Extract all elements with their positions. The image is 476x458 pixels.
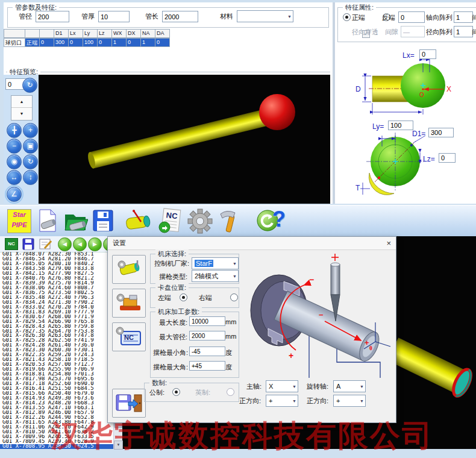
gcode-line[interactable]: G01 X-7842.15 A277.90 F827.5 xyxy=(0,271,113,276)
gear-icon[interactable] xyxy=(187,209,213,234)
gcode-line[interactable]: G01 X-7811.06 A242.70 F642.9 xyxy=(0,425,113,430)
gcode-line[interactable]: G01 X-7831.83 A269.10 F777.9 xyxy=(0,310,113,315)
close-icon[interactable]: × xyxy=(386,239,391,248)
gcode-line[interactable]: G01 X-7812.89 A246.00 F657.9 xyxy=(0,410,113,415)
d1-input[interactable] xyxy=(428,128,454,137)
ly-input[interactable] xyxy=(388,121,413,130)
zoom-in-button[interactable]: + xyxy=(23,123,38,138)
gcode-line[interactable]: G01 X-7828.43 A265.80 F759.8 xyxy=(0,324,113,329)
gcode-line[interactable]: G01 X-7821.43 A258.10 F718.5 xyxy=(0,357,113,362)
gcode-line[interactable]: G01 X-7843.58 A279.00 F833.8 xyxy=(0,266,113,271)
rotary-combo[interactable]: A ▼ xyxy=(333,380,366,392)
gcode-line[interactable]: G01 X-7830.67 A268.00 F771.9 xyxy=(0,315,113,319)
gcode-line[interactable]: G01 X-7817.18 A252.60 F690.0 xyxy=(0,381,113,386)
gcode-line[interactable]: G01 X-7834.24 A271.30 F790.2 xyxy=(0,300,113,305)
table-cell[interactable]: 0 xyxy=(98,38,112,47)
radial-array-input[interactable] xyxy=(454,26,473,37)
gun-type-combo[interactable]: 2轴模式 ▼ xyxy=(192,270,239,282)
pipe-length-input[interactable] xyxy=(162,11,198,22)
max-diameter-input[interactable] xyxy=(189,331,225,340)
gcode-line[interactable]: G01 X-7840.76 A276.80 F821.2 xyxy=(0,276,113,281)
gcode-list[interactable]: G01 X-7848.07 A282.30 F853.1G01 X-7846.5… xyxy=(0,252,113,449)
metric-radio[interactable] xyxy=(172,388,180,396)
gcode-line[interactable]: G01 X-7809.96 A240.50 F633.5 xyxy=(0,434,113,439)
gcode-line[interactable]: G01 X-7813.55 A247.10 F663.1 xyxy=(0,406,113,410)
gcode-line[interactable]: G01 X-7824.28 A261.40 F736.0 xyxy=(0,343,113,348)
feature-table-row[interactable]: 球切口正端0300010001010 xyxy=(4,38,170,47)
table-cell[interactable]: 0 xyxy=(40,38,54,47)
pipe-thickness-input[interactable] xyxy=(98,11,130,22)
angle-view-button[interactable]: ∠ xyxy=(7,187,22,202)
dialog-titlebar[interactable]: 设置 × xyxy=(108,237,396,250)
gcode-line[interactable]: G01 X-7827.35 A264.70 F753.8 xyxy=(0,329,113,334)
gcode-line[interactable]: G01 X-7833.02 A270.20 F784.0 xyxy=(0,305,113,310)
lz-input[interactable] xyxy=(439,153,456,163)
gcode-line[interactable]: G01 X-7814.23 A248.20 F668.3 xyxy=(0,401,113,406)
gcode-line[interactable]: G01 X-7808.95 A238.30 F624.5 xyxy=(0,444,113,449)
gcode-line[interactable]: G01 X-7818.81 A254.80 F701.3 xyxy=(0,372,113,377)
gcode-line[interactable]: G01 X-7820.53 A257.00 F712.7 xyxy=(0,362,113,367)
gcode-line[interactable]: G01 X-7823.30 A260.30 F730.1 xyxy=(0,348,113,353)
edit-gcode-icon[interactable] xyxy=(39,237,53,251)
gcode-line[interactable]: G01 X-7822.35 A259.20 F724.3 xyxy=(0,353,113,357)
gcode-line[interactable]: G01 X-7836.75 A273.50 F802.5 xyxy=(0,290,113,295)
gun-max-angle-input[interactable] xyxy=(189,361,225,371)
preview-viewport[interactable] xyxy=(39,75,330,204)
dir2-combo[interactable]: + ▼ xyxy=(333,395,366,407)
scroll-down-icon[interactable]: ▼ xyxy=(114,441,123,450)
spindle-combo[interactable]: X ▼ xyxy=(266,380,298,392)
fit-width-button[interactable]: ↔ xyxy=(7,170,22,185)
table-cell[interactable]: 1 xyxy=(141,38,155,47)
gcode-line[interactable]: G01 X-7810.50 A241.60 F638.2 xyxy=(0,430,113,434)
dir1-combo[interactable]: + ▼ xyxy=(266,395,298,407)
save-exit-button[interactable] xyxy=(112,389,146,418)
gun-min-angle-input[interactable] xyxy=(189,347,225,356)
nc-settings-button[interactable]: NC xyxy=(112,322,146,351)
rotate-view-button[interactable]: ↻ xyxy=(23,154,38,169)
move-view-button[interactable]: ╋ xyxy=(7,123,22,138)
prev-line-button[interactable]: ◀ xyxy=(73,237,87,251)
gcode-line[interactable]: G01 X-7814.93 A249.30 F673.6 xyxy=(0,396,113,401)
gcode-line[interactable]: G01 X-7815.66 A250.40 F679.0 xyxy=(0,391,113,396)
zoom-window-button[interactable]: ▣ xyxy=(23,139,38,154)
pipe-settings-button[interactable] xyxy=(112,255,146,284)
gcode-line[interactable]: G01 X-7835.48 A272.40 F796.3 xyxy=(0,295,113,300)
table-cell[interactable]: 正端 xyxy=(25,38,40,47)
stepper-down-button[interactable]: ▼ xyxy=(11,108,32,119)
max-length-input[interactable] xyxy=(189,316,225,326)
open-file-icon[interactable] xyxy=(63,209,88,233)
stepper-up-button[interactable]: ▲ xyxy=(11,96,32,108)
gcode-line[interactable]: G01 X-7839.39 A275.70 F814.9 xyxy=(0,281,113,286)
gcode-line[interactable]: G01 X-7811.65 A243.80 F647.8 xyxy=(0,420,113,425)
front-end-radio[interactable] xyxy=(343,13,351,21)
table-cell[interactable]: 0 xyxy=(69,38,83,47)
lx-input[interactable] xyxy=(419,49,436,59)
table-cell[interactable]: 球切口 xyxy=(4,38,25,47)
apply-rotation-button[interactable]: ↻ xyxy=(22,78,37,93)
gcode-line[interactable]: G01 X-7816.41 A251.50 F684.5 xyxy=(0,386,113,391)
gcode-line[interactable]: G01 X-7812.26 A244.90 F652.8 xyxy=(0,415,113,420)
nc-file-icon[interactable]: NC xyxy=(5,238,18,250)
angle-stepper[interactable]: ▲ ▼ xyxy=(11,95,33,121)
gcode-line[interactable]: G01 X-7826.30 A263.60 F747.8 xyxy=(0,333,113,338)
new-file-icon[interactable] xyxy=(37,209,59,233)
fit-height-button[interactable]: ↕ xyxy=(23,170,38,185)
table-cell[interactable]: 100 xyxy=(83,38,98,47)
gcode-line[interactable]: G01 X-7845.05 A280.10 F840.2 xyxy=(0,262,113,266)
material-combo[interactable]: ▼ xyxy=(237,10,293,22)
gcode-line[interactable]: G01 X-7838.06 A274.60 F808.7 xyxy=(0,286,113,290)
zoom-out-button[interactable]: − xyxy=(7,139,22,154)
pipe-cut-icon[interactable] xyxy=(123,209,154,234)
chuck-left-radio[interactable] xyxy=(180,293,187,301)
end-offset-input[interactable] xyxy=(398,11,425,23)
gcode-line[interactable]: G01 X-7848.07 A282.30 F853.1 xyxy=(0,252,113,257)
gcode-line[interactable]: G01 X-7829.54 A266.90 F765.8 xyxy=(0,319,113,324)
table-cell[interactable]: 0 xyxy=(155,38,170,47)
pan-button[interactable]: ◉ xyxy=(7,154,22,169)
axial-array-input[interactable] xyxy=(454,11,473,23)
gcode-line[interactable]: G01 X-7825.28 A262.50 F741.9 xyxy=(0,338,113,343)
next-line-button[interactable]: ▶ xyxy=(88,237,102,251)
pipe-diameter-input[interactable] xyxy=(36,11,69,22)
save-icon[interactable] xyxy=(92,209,114,233)
table-cell[interactable]: 0 xyxy=(127,38,141,47)
